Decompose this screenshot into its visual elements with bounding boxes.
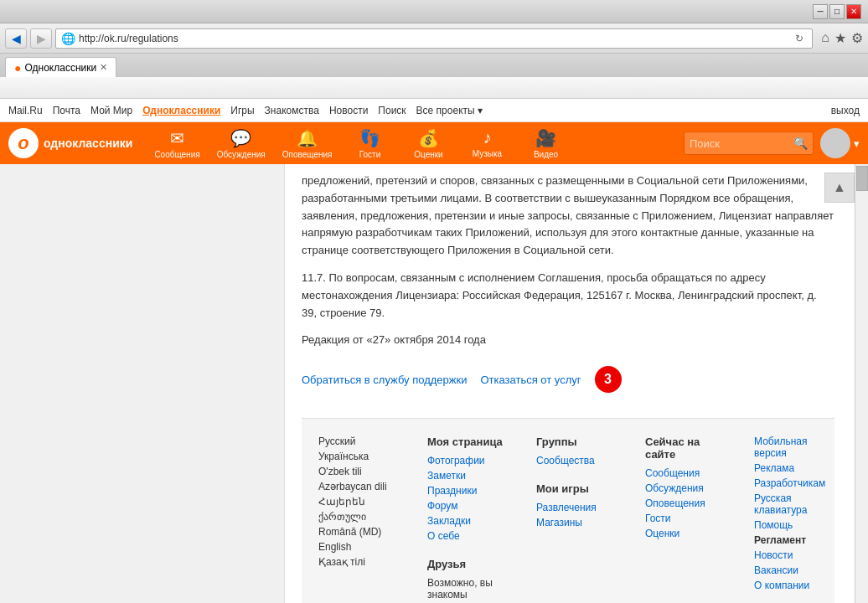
url-text: http://ok.ru/regulations [79, 33, 788, 44]
action-links: Обратиться в службу поддержки Отказаться… [302, 366, 834, 393]
content-right: ▲ предложений, претензий и споров, связа… [285, 164, 868, 603]
footer-developers[interactable]: Разработчикам [754, 477, 838, 489]
friends-maybe-know: Возможно, вы знакомы [427, 577, 511, 600]
footer-company[interactable]: О компании [754, 580, 838, 591]
footer-ratings[interactable]: Оценки [645, 528, 729, 539]
footer-about[interactable]: О себе [427, 530, 511, 542]
star-icon[interactable]: ★ [834, 30, 846, 46]
refresh-button[interactable]: ↻ [792, 33, 807, 44]
ok-nav-discussions[interactable]: 💬 Обсуждения [209, 128, 274, 159]
lang-armenian[interactable]: Հայերեն [318, 496, 402, 508]
topnav-pochta[interactable]: Почта [53, 105, 80, 116]
address-bar[interactable]: 🌐 http://ok.ru/regulations ↻ [55, 28, 813, 49]
ok-logo[interactable]: о одноклассники [8, 128, 132, 158]
scrollbar-thumb[interactable] [856, 166, 868, 191]
browser-toolbar-icons: ⌂ ★ ⚙ [821, 30, 863, 46]
lang-azerbaijani[interactable]: Azərbaycan dili [318, 481, 402, 492]
topnav-igry[interactable]: Игры [230, 105, 254, 116]
online-title: Сейчас на сайте [645, 436, 729, 461]
topnav-exit[interactable]: выход [831, 105, 860, 116]
notifications-label: Оповещения [282, 150, 333, 159]
footer-entertainment[interactable]: Развлечения [536, 502, 620, 513]
messages-label: Сообщения [154, 150, 199, 159]
browser-window: ─ □ ✕ ◀ ▶ 🌐 http://ok.ru/regulations ↻ ⌂… [0, 0, 868, 603]
forward-button[interactable]: ▶ [30, 28, 52, 49]
content-paragraph3: Редакция от «27» октября 2014 года [302, 332, 834, 349]
footer-photos[interactable]: Фотографии [427, 455, 511, 466]
ok-nav-guests[interactable]: 👣 Гости [341, 128, 400, 159]
ok-nav-notifications[interactable]: 🔔 Оповещения [274, 128, 341, 159]
footer-shops[interactable]: Магазины [536, 517, 620, 528]
topnav-vse-proekty[interactable]: Все проекты ▾ [416, 105, 483, 116]
lang-romanian[interactable]: Română (MD) [318, 526, 402, 538]
back-button[interactable]: ◀ [5, 28, 27, 49]
footer-holidays[interactable]: Праздники [427, 485, 511, 497]
scroll-up-button[interactable]: ▲ [824, 173, 855, 203]
topnav-odnoklassniki[interactable]: Одноклассники [142, 105, 220, 116]
friends-title: Друзья [427, 558, 511, 570]
lang-uzbek[interactable]: O'zbek tili [318, 466, 402, 477]
footer-regulations[interactable]: Регламент [754, 534, 838, 546]
active-tab[interactable]: ● Одноклассники ✕ [5, 57, 116, 77]
maximize-button[interactable]: □ [829, 4, 845, 19]
scrollbar[interactable] [855, 164, 868, 603]
content-paragraph1: предложений, претензий и споров, связанн… [302, 173, 834, 260]
ok-nav-messages[interactable]: ✉ Сообщения [146, 128, 208, 159]
groups-title: Группы [536, 436, 620, 448]
para3-text: Редакция от «27» октября 2014 года [302, 332, 834, 349]
lang-russian[interactable]: Русский [318, 436, 402, 447]
title-bar: ─ □ ✕ [0, 0, 868, 23]
ratings-label: Оценки [414, 150, 442, 159]
user-avatar[interactable] [820, 128, 850, 158]
lang-kazakh[interactable]: Қазақ тілі [318, 556, 402, 568]
ok-search-box[interactable]: 🔍 [684, 131, 814, 155]
tab-bar: ● Одноклассники ✕ [0, 54, 868, 77]
footer-help[interactable]: Помощь [754, 519, 838, 531]
lang-english[interactable]: English [318, 541, 402, 553]
notifications-icon: 🔔 [297, 128, 318, 148]
tab-label: Одноклассники [24, 62, 96, 74]
support-link[interactable]: Обратиться в службу поддержки [302, 374, 467, 386]
footer-col-groups: Группы Сообщества Мои игры Развлечения М… [536, 436, 620, 603]
avatar-dropdown-icon[interactable]: ▾ [854, 137, 860, 150]
footer-messages[interactable]: Сообщения [645, 467, 729, 479]
page-footer: Русский Українська O'zbek tili Azərbayca… [302, 418, 834, 603]
guests-icon: 👣 [359, 128, 380, 148]
lang-ukrainian[interactable]: Українська [318, 451, 402, 462]
search-input[interactable] [690, 137, 790, 150]
footer-mobile[interactable]: Мобильная версия [754, 436, 838, 459]
footer-news[interactable]: Новости [754, 549, 838, 561]
ok-nav-ratings[interactable]: 💰 Оценки [400, 128, 458, 159]
topnav-moimir[interactable]: Мой Мир [90, 105, 132, 116]
footer-notes[interactable]: Заметки [427, 470, 511, 482]
music-icon: ♪ [483, 128, 492, 147]
mypage-title: Моя страница [427, 436, 511, 448]
footer-notifications[interactable]: Оповещения [645, 497, 729, 509]
tab-favicon: ● [14, 61, 21, 75]
lang-georgian[interactable]: ქართული [318, 511, 402, 523]
topnav-mailru[interactable]: Mail.Ru [8, 105, 43, 116]
footer-forum[interactable]: Форум [427, 500, 511, 512]
topnav-poisk[interactable]: Поиск [378, 105, 406, 116]
tab-close-button[interactable]: ✕ [100, 62, 107, 73]
ok-nav-video[interactable]: 🎥 Видео [517, 128, 576, 159]
footer-vacancies[interactable]: Вакансии [754, 564, 838, 576]
ok-nav-music[interactable]: ♪ Музыка [458, 128, 517, 158]
footer-ads[interactable]: Реклама [754, 462, 838, 474]
footer-discussions[interactable]: Обсуждения [645, 482, 729, 494]
home-icon[interactable]: ⌂ [821, 30, 829, 46]
content-scroll-area: ▲ предложений, претензий и споров, связа… [285, 164, 868, 603]
footer-bookmarks[interactable]: Закладки [427, 515, 511, 527]
footer-keyboard[interactable]: Русская клавиатура [754, 492, 838, 516]
unsubscribe-link[interactable]: Отказаться от услуг [480, 374, 581, 386]
topnav-znakomstva[interactable]: Знакомства [265, 105, 319, 116]
settings-icon[interactable]: ⚙ [851, 30, 863, 46]
topnav-novosti[interactable]: Новости [329, 105, 368, 116]
close-button[interactable]: ✕ [846, 4, 861, 19]
minimize-button[interactable]: ─ [813, 4, 828, 19]
footer-communities[interactable]: Сообщества [536, 455, 620, 466]
footer-guests[interactable]: Гости [645, 513, 729, 524]
guests-label: Гости [359, 150, 380, 159]
footer-columns: Русский Українська O'zbek tili Azərbayca… [318, 436, 818, 603]
discussions-icon: 💬 [230, 128, 251, 148]
